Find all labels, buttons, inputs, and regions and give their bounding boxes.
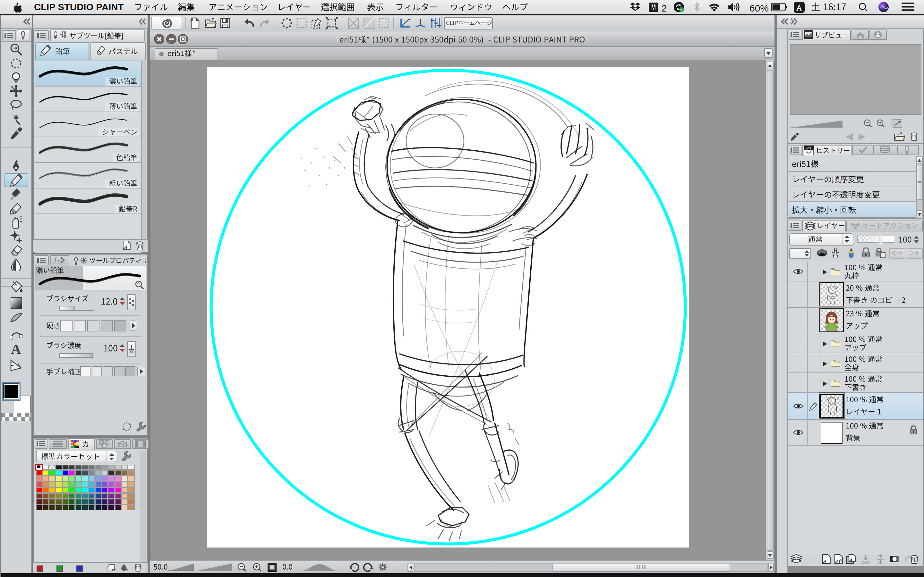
svg-text:A: A [11, 343, 21, 356]
